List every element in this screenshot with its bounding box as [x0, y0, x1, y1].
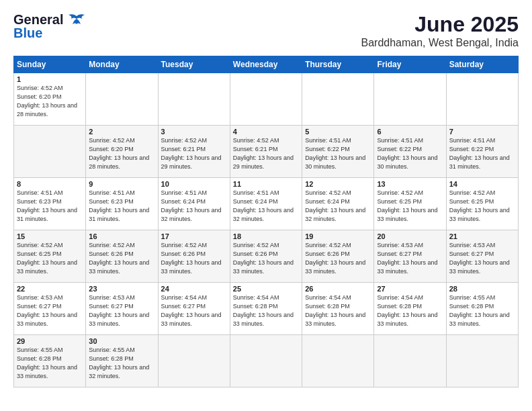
day-number: 26	[305, 285, 371, 293]
table-row: 27Sunrise: 4:54 AMSunset: 6:28 PMDayligh…	[374, 283, 446, 335]
day-number: 19	[305, 232, 371, 240]
table-row	[158, 335, 230, 387]
day-info: Sunrise: 4:53 AMSunset: 6:27 PMDaylight:…	[449, 241, 515, 276]
day-info: Sunrise: 4:54 AMSunset: 6:28 PMDaylight:…	[377, 293, 443, 328]
header-saturday: Saturday	[446, 56, 518, 73]
table-row	[302, 73, 374, 126]
day-number: 13	[377, 180, 443, 188]
day-number: 2	[89, 128, 154, 136]
table-row: 20Sunrise: 4:53 AMSunset: 6:27 PMDayligh…	[374, 230, 446, 283]
day-number: 29	[17, 337, 83, 345]
day-number: 6	[377, 128, 443, 136]
table-row: 25Sunrise: 4:54 AMSunset: 6:28 PMDayligh…	[230, 283, 302, 335]
day-info: Sunrise: 4:53 AMSunset: 6:27 PMDaylight:…	[377, 241, 443, 276]
table-row	[230, 73, 302, 126]
table-row: 17Sunrise: 4:52 AMSunset: 6:26 PMDayligh…	[158, 230, 230, 283]
day-info: Sunrise: 4:53 AMSunset: 6:27 PMDaylight:…	[17, 293, 83, 328]
header-friday: Friday	[374, 56, 446, 73]
table-row: 7Sunrise: 4:51 AMSunset: 6:22 PMDaylight…	[446, 126, 518, 178]
day-info: Sunrise: 4:55 AMSunset: 6:28 PMDaylight:…	[449, 293, 515, 328]
table-row: 28Sunrise: 4:55 AMSunset: 6:28 PMDayligh…	[446, 283, 518, 335]
day-number: 30	[89, 337, 154, 345]
header: General Blue June 2025 Barddhaman, West …	[13, 12, 519, 49]
header-wednesday: Wednesday	[230, 56, 302, 73]
header-sunday: Sunday	[14, 56, 86, 73]
day-info: Sunrise: 4:54 AMSunset: 6:28 PMDaylight:…	[233, 293, 299, 328]
day-number: 22	[17, 285, 83, 293]
table-row: 4Sunrise: 4:52 AMSunset: 6:21 PMDaylight…	[230, 126, 302, 178]
day-info: Sunrise: 4:55 AMSunset: 6:28 PMDaylight:…	[17, 346, 83, 381]
table-row	[302, 335, 374, 387]
table-row: 1Sunrise: 4:52 AMSunset: 6:20 PMDaylight…	[14, 73, 86, 126]
day-number: 7	[449, 128, 515, 136]
day-info: Sunrise: 4:52 AMSunset: 6:26 PMDaylight:…	[233, 241, 299, 276]
day-number: 8	[17, 180, 83, 188]
page: General Blue June 2025 Barddhaman, West …	[0, 0, 532, 411]
table-row: 2Sunrise: 4:52 AMSunset: 6:20 PMDaylight…	[86, 126, 158, 178]
table-row: 30Sunrise: 4:55 AMSunset: 6:28 PMDayligh…	[86, 335, 158, 387]
calendar-title: June 2025	[361, 12, 519, 37]
day-info: Sunrise: 4:52 AMSunset: 6:25 PMDaylight:…	[17, 241, 83, 276]
header-row: Sunday Monday Tuesday Wednesday Thursday…	[14, 56, 519, 73]
day-info: Sunrise: 4:52 AMSunset: 6:21 PMDaylight:…	[161, 136, 227, 171]
table-row: 13Sunrise: 4:52 AMSunset: 6:25 PMDayligh…	[374, 178, 446, 230]
table-row	[14, 126, 86, 178]
table-row: 19Sunrise: 4:52 AMSunset: 6:26 PMDayligh…	[302, 230, 374, 283]
table-row: 24Sunrise: 4:54 AMSunset: 6:27 PMDayligh…	[158, 283, 230, 335]
logo: General Blue	[13, 12, 86, 41]
day-number: 11	[233, 180, 299, 188]
table-row	[86, 73, 158, 126]
table-row	[374, 335, 446, 387]
table-row: 3Sunrise: 4:52 AMSunset: 6:21 PMDaylight…	[158, 126, 230, 178]
day-info: Sunrise: 4:52 AMSunset: 6:24 PMDaylight:…	[305, 189, 371, 224]
table-row	[374, 73, 446, 126]
header-tuesday: Tuesday	[158, 56, 230, 73]
day-info: Sunrise: 4:52 AMSunset: 6:21 PMDaylight:…	[233, 136, 299, 171]
day-info: Sunrise: 4:51 AMSunset: 6:22 PMDaylight:…	[377, 136, 443, 171]
table-row	[230, 335, 302, 387]
day-number: 18	[233, 232, 299, 240]
header-thursday: Thursday	[302, 56, 374, 73]
logo-blue-text: Blue	[13, 26, 42, 41]
day-number: 10	[161, 180, 227, 188]
day-number: 1	[17, 75, 83, 83]
title-block: June 2025 Barddhaman, West Bengal, India	[361, 12, 519, 49]
day-number: 9	[89, 180, 154, 188]
day-info: Sunrise: 4:52 AMSunset: 6:26 PMDaylight:…	[89, 241, 154, 276]
day-info: Sunrise: 4:52 AMSunset: 6:26 PMDaylight:…	[161, 241, 227, 276]
day-number: 12	[305, 180, 371, 188]
table-row: 8Sunrise: 4:51 AMSunset: 6:23 PMDaylight…	[14, 178, 86, 230]
day-number: 24	[161, 285, 227, 293]
day-number: 15	[17, 232, 83, 240]
day-number: 20	[377, 232, 443, 240]
day-info: Sunrise: 4:51 AMSunset: 6:23 PMDaylight:…	[17, 189, 83, 224]
day-number: 3	[161, 128, 227, 136]
table-row: 12Sunrise: 4:52 AMSunset: 6:24 PMDayligh…	[302, 178, 374, 230]
table-row: 26Sunrise: 4:54 AMSunset: 6:28 PMDayligh…	[302, 283, 374, 335]
table-row: 14Sunrise: 4:52 AMSunset: 6:25 PMDayligh…	[446, 178, 518, 230]
day-info: Sunrise: 4:52 AMSunset: 6:20 PMDaylight:…	[89, 136, 154, 171]
table-row	[446, 73, 518, 126]
day-number: 27	[377, 285, 443, 293]
day-info: Sunrise: 4:51 AMSunset: 6:24 PMDaylight:…	[161, 189, 227, 224]
table-row: 5Sunrise: 4:51 AMSunset: 6:22 PMDaylight…	[302, 126, 374, 178]
day-info: Sunrise: 4:52 AMSunset: 6:26 PMDaylight:…	[305, 241, 371, 276]
table-row: 16Sunrise: 4:52 AMSunset: 6:26 PMDayligh…	[86, 230, 158, 283]
day-info: Sunrise: 4:51 AMSunset: 6:24 PMDaylight:…	[233, 189, 299, 224]
day-info: Sunrise: 4:53 AMSunset: 6:27 PMDaylight:…	[89, 293, 154, 328]
calendar-week-row: 22Sunrise: 4:53 AMSunset: 6:27 PMDayligh…	[14, 283, 519, 335]
day-number: 23	[89, 285, 154, 293]
day-info: Sunrise: 4:51 AMSunset: 6:22 PMDaylight:…	[305, 136, 371, 171]
calendar-week-row: 1Sunrise: 4:52 AMSunset: 6:20 PMDaylight…	[14, 73, 519, 126]
day-info: Sunrise: 4:52 AMSunset: 6:25 PMDaylight:…	[449, 189, 515, 224]
table-row: 23Sunrise: 4:53 AMSunset: 6:27 PMDayligh…	[86, 283, 158, 335]
table-row: 9Sunrise: 4:51 AMSunset: 6:23 PMDaylight…	[86, 178, 158, 230]
day-info: Sunrise: 4:54 AMSunset: 6:27 PMDaylight:…	[161, 293, 227, 328]
calendar-week-row: 15Sunrise: 4:52 AMSunset: 6:25 PMDayligh…	[14, 230, 519, 283]
table-row: 29Sunrise: 4:55 AMSunset: 6:28 PMDayligh…	[14, 335, 86, 387]
table-row: 18Sunrise: 4:52 AMSunset: 6:26 PMDayligh…	[230, 230, 302, 283]
day-number: 25	[233, 285, 299, 293]
day-info: Sunrise: 4:51 AMSunset: 6:23 PMDaylight:…	[89, 189, 154, 224]
day-number: 5	[305, 128, 371, 136]
day-info: Sunrise: 4:51 AMSunset: 6:22 PMDaylight:…	[449, 136, 515, 171]
